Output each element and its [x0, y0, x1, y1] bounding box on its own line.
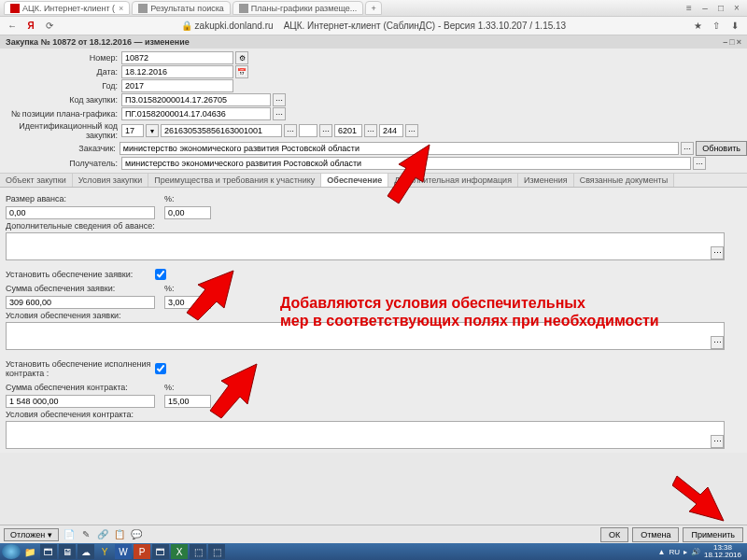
- app-icon-5[interactable]: ⬚: [190, 544, 206, 559]
- idcode-seg2-input[interactable]: [379, 124, 403, 137]
- inner-window-controls: – □ ×: [723, 37, 741, 47]
- tab-related[interactable]: Связанные документы: [574, 174, 675, 187]
- annotation-line2: мер в соответствующих полях при необходи…: [280, 312, 659, 329]
- number-input[interactable]: [121, 51, 233, 64]
- maximize-icon[interactable]: □: [714, 3, 727, 14]
- explorer-icon[interactable]: 📁: [21, 544, 38, 559]
- expand-icon[interactable]: ⋯: [711, 336, 724, 349]
- ok-button[interactable]: ОК: [600, 527, 628, 542]
- download-icon[interactable]: ⬇: [728, 21, 741, 31]
- dropdown-icon[interactable]: ▾: [146, 124, 159, 137]
- advance-extra-textarea[interactable]: ⋯: [6, 232, 725, 260]
- lookup-icon[interactable]: ⋯: [693, 157, 706, 170]
- tab-object[interactable]: Объект закупки: [0, 174, 73, 187]
- set-app-label: Установить обеспечение заявки:: [6, 270, 155, 279]
- volume-icon[interactable]: 🔊: [691, 548, 700, 556]
- lookup-icon[interactable]: ⋯: [273, 107, 286, 120]
- customer-label: Заказчик:: [0, 144, 120, 153]
- tab-changes[interactable]: Изменения: [518, 174, 574, 187]
- date-input[interactable]: [121, 65, 233, 78]
- code-input[interactable]: [121, 93, 271, 106]
- advance-input[interactable]: [6, 206, 155, 219]
- calendar-icon[interactable]: 📅: [235, 65, 248, 78]
- icon-1[interactable]: 📄: [63, 528, 76, 541]
- pos-input[interactable]: [121, 107, 271, 120]
- tab-icon: [239, 4, 248, 13]
- expand-icon[interactable]: ⋯: [711, 435, 724, 448]
- expand-icon[interactable]: ⋯: [711, 246, 724, 259]
- pos-label: № позиции плана-графика:: [0, 109, 121, 119]
- idcode-seg1-input[interactable]: [334, 124, 362, 137]
- app-icon-2[interactable]: 🖥: [59, 544, 76, 559]
- idcode-num-input[interactable]: [161, 124, 282, 137]
- minimize-inner-icon[interactable]: –: [723, 37, 727, 47]
- number-label: Номер:: [0, 53, 121, 63]
- app-icon-6[interactable]: ⬚: [208, 544, 225, 559]
- tray-icon[interactable]: ▸: [684, 548, 687, 556]
- contract-cond-textarea[interactable]: ⋯: [6, 421, 725, 449]
- icon-5[interactable]: 💬: [130, 528, 143, 541]
- browser-tab-1[interactable]: Результаты поиска: [132, 1, 230, 15]
- clock[interactable]: 13:38 18.12.2016: [704, 544, 741, 559]
- app-sum-input[interactable]: [6, 296, 155, 309]
- refresh-button[interactable]: Обновить: [696, 141, 747, 156]
- cancel-button[interactable]: Отмена: [632, 527, 679, 542]
- lookup-icon[interactable]: ⋯: [364, 124, 377, 137]
- year-input[interactable]: [121, 79, 233, 92]
- reload-icon[interactable]: ⟳: [43, 21, 56, 31]
- inner-tabs: Объект закупки Условия закупки Преимущес…: [0, 173, 747, 188]
- browser-icon[interactable]: Y: [96, 544, 113, 559]
- new-tab-button[interactable]: +: [365, 1, 382, 15]
- icon-3[interactable]: 🔗: [96, 528, 109, 541]
- svg-marker-1: [187, 271, 233, 320]
- star-icon[interactable]: ★: [691, 21, 704, 31]
- generate-icon[interactable]: ⚙: [235, 51, 248, 64]
- lang-indicator[interactable]: RU: [669, 548, 680, 556]
- lookup-icon[interactable]: ⋯: [284, 124, 297, 137]
- word-icon[interactable]: W: [115, 544, 132, 559]
- taskbar: 📁 🗔 🖥 ☁ Y W P 🗔 X ⬚ ⬚ ▲ RU ▸ 🔊 13:38 18.…: [0, 543, 747, 560]
- system-tray: ▲ RU ▸ 🔊 13:38 18.12.2016: [654, 544, 745, 559]
- lookup-icon[interactable]: ⋯: [405, 124, 418, 137]
- window-subtitle: Закупка № 10872 от 18.12.2016 — изменени…: [0, 35, 747, 49]
- yandex-icon[interactable]: Я: [24, 21, 37, 31]
- idcode-seg-input[interactable]: [299, 124, 317, 137]
- lock-icon: 🔒: [181, 21, 192, 31]
- app-icon-3[interactable]: ☁: [78, 544, 94, 559]
- browser-tab-0[interactable]: АЦК. Интернет-клиент ( ×: [4, 1, 130, 15]
- set-app-checkbox[interactable]: [155, 269, 166, 280]
- pct-label: %:: [164, 284, 175, 293]
- lookup-icon[interactable]: ⋯: [681, 142, 694, 155]
- tab-advantages[interactable]: Преимущества и требования к участнику: [148, 174, 321, 187]
- tab-icon: [138, 4, 148, 13]
- apply-button[interactable]: Применить: [683, 527, 743, 542]
- start-button[interactable]: [2, 544, 21, 559]
- contract-sum-input[interactable]: [6, 395, 155, 408]
- powerpoint-icon[interactable]: P: [134, 544, 150, 559]
- lookup-icon[interactable]: ⋯: [319, 124, 332, 137]
- app-icon-4[interactable]: 🗔: [152, 544, 169, 559]
- close-icon[interactable]: ×: [730, 3, 743, 14]
- advance-pct-input[interactable]: [164, 206, 211, 219]
- tray-up-icon[interactable]: ▲: [657, 548, 665, 556]
- set-contract-checkbox[interactable]: [155, 363, 166, 374]
- close-inner-icon[interactable]: ×: [737, 37, 741, 47]
- share-icon[interactable]: ⇧: [710, 21, 723, 31]
- browser-tab-2[interactable]: Планы-графики размеще...: [233, 1, 363, 15]
- excel-icon[interactable]: X: [171, 544, 188, 559]
- back-icon[interactable]: ←: [6, 21, 19, 31]
- icon-4[interactable]: 📋: [113, 528, 126, 541]
- menu-icon[interactable]: ≡: [683, 3, 696, 14]
- status-dropdown[interactable]: Отложен ▾: [4, 528, 59, 541]
- url-display[interactable]: 🔒 zakupki.donland.ru АЦК. Интернет-клиен…: [62, 21, 685, 31]
- tab-conditions[interactable]: Условия закупки: [73, 174, 149, 187]
- app-icon-1[interactable]: 🗔: [40, 544, 57, 559]
- idcode-year-input[interactable]: [121, 124, 144, 137]
- pct-label: %:: [164, 383, 175, 392]
- close-icon[interactable]: ×: [119, 4, 123, 13]
- minimize-icon[interactable]: –: [698, 3, 712, 14]
- icon-2[interactable]: ✎: [79, 528, 92, 541]
- window-controls: ≡ – □ ×: [683, 3, 743, 14]
- lookup-icon[interactable]: ⋯: [273, 93, 286, 106]
- maximize-inner-icon[interactable]: □: [729, 37, 734, 47]
